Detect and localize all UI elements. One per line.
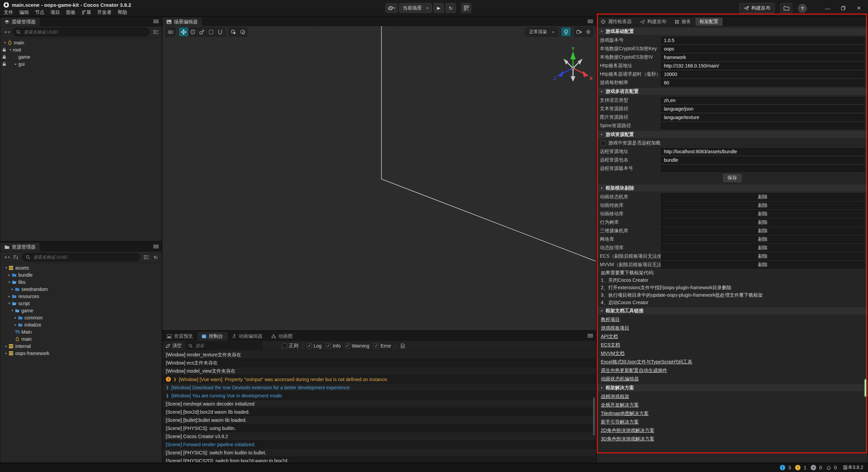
asset-node-internal[interactable]: ▸internal bbox=[0, 342, 162, 350]
preview-platform-select[interactable]: ▾ bbox=[386, 3, 397, 13]
doc-link[interactable]: 2D角色扮演游戏解决方案 bbox=[601, 426, 654, 435]
log-row[interactable]: [Window] model_view文件夹存在 bbox=[163, 367, 596, 375]
log-row[interactable]: [Window] render_texture文件夹存在 bbox=[163, 351, 596, 359]
hierarchy-menu-icon[interactable] bbox=[153, 19, 159, 24]
expand-arrow-icon[interactable]: ▸ bbox=[4, 351, 9, 355]
collapse-arrow-icon[interactable]: ▾ bbox=[8, 48, 13, 52]
collapse-arrow-icon[interactable]: ▾ bbox=[7, 280, 12, 284]
minimize-button[interactable]: — bbox=[823, 3, 833, 13]
view-mode-3d-button[interactable]: 3D bbox=[166, 27, 175, 36]
doc-link[interactable]: ECS文档 bbox=[601, 341, 620, 349]
doc-link[interactable]: Excel格式转Json文件与TypeScript代码工具 bbox=[601, 358, 692, 366]
module-remove-button[interactable]: 剔除 bbox=[661, 210, 865, 218]
module-remove-button[interactable]: 剔除 bbox=[661, 193, 865, 201]
sort-assets-icon[interactable] bbox=[13, 254, 19, 261]
log-row[interactable]: [Scene] [PHYSICS]: using builtin. bbox=[163, 424, 596, 432]
console-tab-0[interactable]: 资源预览 bbox=[162, 332, 197, 340]
module-remove-button[interactable]: 剔除 bbox=[661, 219, 865, 226]
asset-node-oops-framework[interactable]: ▸oops-framework bbox=[0, 350, 162, 357]
hierarchy-tab[interactable]: 层级管理器 bbox=[0, 18, 40, 26]
doc-link[interactable]: 动画状态机编辑器 bbox=[601, 375, 639, 383]
log-row[interactable]: [Scene] Forward render pipeline initiali… bbox=[163, 440, 596, 449]
log-row[interactable]: [Scene] meshopt wasm decoder initialized bbox=[163, 400, 596, 408]
create-node-button[interactable]: ＋▾ bbox=[3, 28, 10, 36]
regex-checkbox[interactable]: 正则 bbox=[282, 343, 298, 349]
field-input-0[interactable] bbox=[661, 37, 865, 44]
asset-node-main[interactable]: main bbox=[0, 335, 162, 342]
assets-filter-icon[interactable] bbox=[143, 254, 150, 261]
section-header-1[interactable]: ▾游戏多语言配置 bbox=[597, 88, 867, 95]
assets-search[interactable] bbox=[22, 253, 140, 261]
asset-node-script[interactable]: ▾script bbox=[0, 300, 162, 307]
log-row[interactable]: [Window] ecs文件夹存在 bbox=[163, 359, 596, 367]
close-button[interactable]: ✕ bbox=[854, 3, 864, 13]
filter-checkbox-error[interactable]: Error bbox=[374, 343, 391, 349]
filter-checkbox-info[interactable]: Info bbox=[326, 343, 340, 349]
console-tab-3[interactable]: 动画图 bbox=[267, 332, 297, 340]
menu-item-0[interactable]: 文件 bbox=[1, 8, 16, 16]
field-input-2[interactable] bbox=[661, 114, 865, 121]
expand-arrow-icon[interactable]: ▸ bbox=[13, 62, 18, 66]
field-input-3[interactable] bbox=[661, 165, 865, 172]
console-search-input[interactable] bbox=[195, 343, 260, 349]
expand-arrow-icon[interactable]: ▸ bbox=[10, 287, 15, 291]
log-row[interactable]: ❯[Window] You are running Vue in develop… bbox=[163, 392, 596, 400]
error-count-icon[interactable]: ✕ bbox=[811, 465, 816, 470]
section-header-0[interactable]: ▾游戏基础配置 bbox=[597, 28, 867, 35]
asset-node-common[interactable]: ▸common bbox=[0, 314, 162, 321]
hierarchy-node-gui[interactable]: ▸gui bbox=[0, 60, 162, 67]
inspector-scrollbar[interactable] bbox=[864, 379, 867, 397]
doc-link[interactable]: API文档 bbox=[601, 332, 618, 341]
asset-node-libs[interactable]: ▾libs bbox=[0, 278, 162, 286]
render-mode-select[interactable]: 正常渲染 ▾ bbox=[525, 27, 558, 37]
hierarchy-node-game[interactable]: game bbox=[0, 53, 162, 60]
scene-menu-icon[interactable] bbox=[588, 19, 593, 24]
menu-item-5[interactable]: 扩展 bbox=[79, 8, 94, 16]
device-preview-button[interactable] bbox=[461, 3, 471, 13]
collapse-arrow-icon[interactable]: ▾ bbox=[2, 41, 7, 44]
ui-transform-tool-button[interactable] bbox=[216, 27, 225, 36]
scale-tool-button[interactable] bbox=[197, 27, 206, 36]
scene-camera-button[interactable] bbox=[574, 27, 584, 36]
log-expand-icon[interactable]: ❯ bbox=[166, 393, 169, 398]
play-button[interactable]: ▶ bbox=[434, 3, 444, 13]
hierarchy-filter-icon[interactable] bbox=[152, 28, 159, 36]
collapse-arrow-icon[interactable]: ▾ bbox=[4, 266, 9, 270]
log-row[interactable]: !❯[Window] [Vue warn]: Property "onInput… bbox=[163, 375, 596, 383]
collapse-arrow-icon[interactable]: ▾ bbox=[7, 301, 12, 305]
refresh-assets-icon[interactable]: ↻ bbox=[152, 254, 159, 261]
field-input-4[interactable] bbox=[661, 71, 865, 78]
expand-arrow-icon[interactable]: ▸ bbox=[13, 323, 18, 327]
doc-link[interactable]: MVVM文档 bbox=[601, 349, 625, 358]
log-row[interactable]: [Scene] [PHYSICS]: switch from builtin t… bbox=[163, 449, 596, 457]
doc-link[interactable]: Tiledmap地图解决方案 bbox=[601, 409, 649, 418]
warning-count-icon[interactable]: ! bbox=[795, 465, 801, 470]
move-tool-button[interactable] bbox=[179, 27, 188, 36]
field-input-2[interactable] bbox=[661, 54, 865, 61]
log-expand-icon[interactable]: ❯ bbox=[166, 385, 169, 390]
expand-arrow-icon[interactable]: ▸ bbox=[7, 273, 12, 277]
field-input-1[interactable] bbox=[661, 45, 865, 52]
gizmo-pivot-button[interactable] bbox=[229, 27, 238, 36]
scene-editor-tab[interactable]: 场景编辑器 bbox=[162, 18, 202, 26]
log-file-icon[interactable] bbox=[399, 342, 406, 350]
hierarchy-node-root[interactable]: ▾root bbox=[0, 46, 162, 53]
assets-search-input[interactable] bbox=[33, 254, 136, 260]
menu-item-7[interactable]: 帮助 bbox=[115, 8, 130, 16]
console-menu-icon[interactable] bbox=[588, 333, 593, 338]
console-search[interactable] bbox=[186, 342, 262, 350]
doc-link[interactable]: 原生包热更新配置自动生成插件 bbox=[601, 366, 667, 375]
rotate-tool-button[interactable] bbox=[188, 27, 197, 36]
asset-node-bundle[interactable]: ▸bundle bbox=[0, 271, 162, 278]
module-remove-button[interactable]: 剔除 bbox=[661, 236, 865, 243]
clear-console-button[interactable]: 清空 bbox=[166, 343, 182, 349]
help-button[interactable]: ? bbox=[798, 4, 807, 13]
doc-link[interactable]: 教程项目 bbox=[601, 315, 620, 324]
lighting-toggle-button[interactable] bbox=[561, 27, 571, 36]
asset-node-initialize[interactable]: ▸initialize bbox=[0, 321, 162, 328]
asset-node-seedrandom[interactable]: ▸seedrandom bbox=[0, 286, 162, 293]
log-row[interactable]: [Scene] Cocos Creator v3.8.2 bbox=[163, 432, 596, 440]
console-tab-2[interactable]: 动画编辑器 bbox=[228, 332, 267, 340]
reload-preview-button[interactable]: ↻ bbox=[446, 3, 456, 13]
filter-checkbox-warning[interactable]: Warning bbox=[345, 343, 370, 349]
